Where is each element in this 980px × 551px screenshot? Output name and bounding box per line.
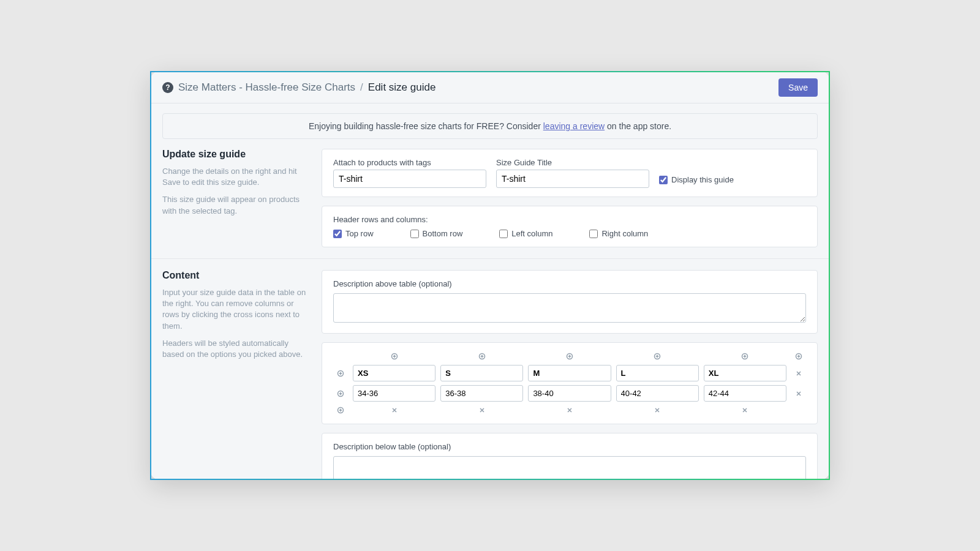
breadcrumb-app[interactable]: Size Matters ‑ Hassle-free Size Charts [178,81,355,94]
leftcol-checkbox[interactable] [499,230,508,238]
panel-desc-below: Description below table (optional) [322,433,818,479]
cell-input[interactable] [704,365,786,381]
delete-row-icon[interactable] [794,389,804,399]
display-checkbox-wrap[interactable]: Display this guide [659,175,734,184]
add-col-icon[interactable] [390,351,399,361]
delete-col-icon[interactable] [565,405,575,415]
add-row-icon[interactable] [336,369,345,378]
section-update: Update size guide Change the details on … [151,149,829,258]
section-update-title: Update size guide [162,149,309,160]
breadcrumb-current: Edit size guide [368,81,436,94]
header-rows-label: Header rows and columns: [333,215,806,224]
leftcol-checkbox-wrap[interactable]: Left column [499,229,552,238]
panel-table [322,342,818,424]
save-button[interactable]: Save [778,78,818,97]
delete-col-icon[interactable] [652,405,662,415]
size-table-grid [333,351,806,415]
add-col-icon[interactable] [794,351,804,361]
cell-input[interactable] [353,385,435,402]
cell-input[interactable] [528,385,611,402]
delete-row-icon[interactable] [794,369,804,378]
toprow-checkbox[interactable] [333,230,342,238]
panel-basic: Attach to products with tags Size Guide … [322,149,818,197]
cell-input[interactable] [616,365,699,381]
section-content-desc1: Input your size guide data in the table … [162,287,309,332]
delete-col-icon[interactable] [390,405,399,415]
rightcol-checkbox-wrap[interactable]: Right column [589,229,648,238]
cell-input[interactable] [616,385,699,402]
cell-input[interactable] [440,385,523,402]
review-banner: Enjoying building hassle-free size chart… [162,113,818,139]
add-row-icon[interactable] [336,405,345,415]
cell-input[interactable] [704,385,786,402]
rightcol-checkbox[interactable] [589,230,598,238]
title-label: Size Guide Title [496,158,649,167]
add-col-icon[interactable] [740,351,750,361]
breadcrumb: ? Size Matters ‑ Hassle-free Size Charts… [162,81,435,94]
desc-below-textarea[interactable] [333,456,806,479]
breadcrumb-sep: / [360,81,363,94]
desc-below-label: Description below table (optional) [333,442,806,451]
add-row-icon[interactable] [336,389,345,399]
display-label: Display this guide [671,175,734,184]
bottomrow-checkbox-wrap[interactable]: Bottom row [410,229,463,238]
title-input[interactable] [496,170,649,188]
banner-pre: Enjoying building hassle-free size chart… [309,121,543,131]
tags-label: Attach to products with tags [333,158,486,167]
display-checkbox[interactable] [659,176,668,184]
section-content: Content Input your size guide data in th… [151,258,829,479]
tags-input[interactable] [333,170,486,188]
delete-col-icon[interactable] [477,405,487,415]
bottomrow-checkbox[interactable] [410,230,419,238]
add-col-icon[interactable] [477,351,487,361]
section-content-desc2: Headers will be styled automatically bas… [162,338,309,360]
desc-above-textarea[interactable] [333,293,806,323]
help-icon[interactable]: ? [162,82,173,93]
section-update-desc1: Change the details on the right and hit … [162,166,309,188]
cell-input[interactable] [440,365,523,381]
panel-desc-above: Description above table (optional) [322,270,818,334]
review-link[interactable]: leaving a review [543,121,605,131]
desc-above-label: Description above table (optional) [333,279,806,288]
section-update-desc2: This size guide will appear on products … [162,194,309,216]
add-col-icon[interactable] [565,351,575,361]
add-col-icon[interactable] [652,351,662,361]
toprow-checkbox-wrap[interactable]: Top row [333,229,374,238]
banner-post: on the app store. [605,121,671,131]
app-frame: ? Size Matters ‑ Hassle-free Size Charts… [150,71,830,480]
panel-headers: Header rows and columns: Top row Bottom … [322,206,818,247]
cell-input[interactable] [353,365,435,381]
cell-input[interactable] [528,365,611,381]
delete-col-icon[interactable] [740,405,750,415]
topbar: ? Size Matters ‑ Hassle-free Size Charts… [151,72,829,103]
section-content-title: Content [162,270,309,281]
